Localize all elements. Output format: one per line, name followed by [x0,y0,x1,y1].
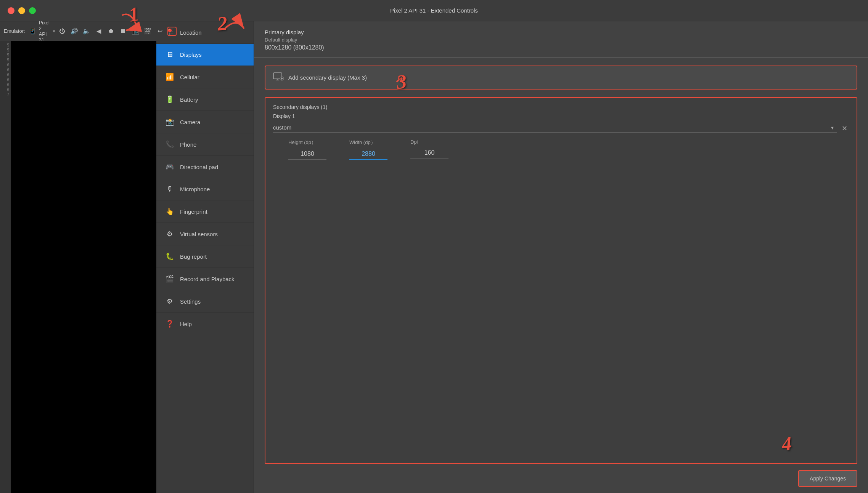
dpi-field: Dpi [410,139,456,158]
dpi-label: Dpi [410,139,418,145]
home-icon[interactable]: ⏺ [106,27,116,36]
emulator-panel: Emulator: 📱 Pixel 2 API 31 × ⏻ 🔊 🔈 ◀ ⏺ ⏹… [0,21,156,493]
custom-value: custom [273,124,831,131]
power-icon[interactable]: ⏻ [58,27,67,36]
camera-menu-icon: 📸 [166,118,174,126]
height-input[interactable] [288,149,326,160]
record-icon: 🎬 [166,275,174,283]
width-input[interactable] [349,149,387,160]
back-icon[interactable]: ◀ [94,27,103,36]
sidebar-item-settings[interactable]: ⚙ Settings [156,290,254,313]
sidebar: 📍 Location 🖥 Displays 📶 Cellular 🔋 Batte… [156,21,254,493]
title-bar: Pixel 2 API 31 - Extended Controls [0,0,868,21]
sidebar-item-label-phone: Phone [180,141,196,148]
help-icon: ❓ [166,320,174,328]
content-footer: Apply Changes [254,464,868,493]
sidebar-item-help[interactable]: ❓ Help [156,313,254,335]
rotate-icon[interactable]: ↩ [155,27,164,36]
sidebar-item-record-playback[interactable]: 🎬 Record and Playback [156,268,254,290]
resolution-value: 800x1280 (800x1280) [265,44,857,51]
minimize-window-button[interactable] [18,7,25,14]
battery-icon: 🔋 [166,95,174,104]
width-label: Width (dp） [349,139,376,146]
sidebar-item-label-help: Help [180,321,192,327]
sidebar-item-label-displays: Displays [180,51,202,58]
width-field: Width (dp） [349,139,395,160]
emulator-device: 📱 Pixel 2 API 31 × [29,21,56,43]
maximize-window-button[interactable] [29,7,36,14]
secondary-displays-section: Secondary displays (1) Display 1 custom … [265,97,857,464]
sidebar-item-battery[interactable]: 🔋 Battery [156,88,254,111]
secondary-displays-label: Secondary displays (1) [273,104,849,110]
phone-icon: 📞 [166,140,174,149]
sidebar-item-label-microphone: Microphone [180,186,210,192]
close-tab-button[interactable]: × [53,28,56,34]
fingerprint-icon: 👆 [166,207,174,216]
camera-icon[interactable]: 🎬 [143,27,152,36]
sidebar-item-label-virtual-sensors: Virtual sensors [180,231,218,237]
dpi-input[interactable] [410,148,448,158]
dropdown-arrow-icon[interactable]: ▾ [831,125,834,131]
microphone-icon: 🎙 [166,185,174,193]
emulator-label: Emulator: [4,28,25,34]
height-label: Height (dp） [288,139,316,146]
virtual-sensors-icon: ⚙ [166,230,174,238]
display-item-label: Display 1 [273,113,849,119]
sidebar-item-virtual-sensors[interactable]: ⚙ Virtual sensors [156,223,254,245]
default-display-label: Default display [265,37,857,43]
sidebar-item-microphone[interactable]: 🎙 Microphone [156,178,254,200]
sidebar-item-displays[interactable]: 🖥 Displays [156,44,254,66]
content-header: Primary display Default display 800x1280… [254,21,868,58]
stop-icon[interactable]: ⏹ [119,27,128,36]
device-name: Pixel 2 API 31 [39,21,50,43]
more-options-button[interactable]: ⋮ [167,27,177,36]
close-window-button[interactable] [8,7,14,14]
displays-icon: 🖥 [166,51,174,59]
display-row: custom ▾ ✕ [273,124,849,133]
line-numbers: 5 5 5 5 6 6 6 6 6 6 7 [0,41,11,493]
sidebar-item-camera[interactable]: 📸 Camera [156,111,254,133]
dpad-icon: 🎮 [166,163,174,171]
apply-changes-button[interactable]: Apply Changes [798,470,857,487]
device-icon: 📱 [29,27,37,35]
add-secondary-display-label: Add secondary display (Max 3) [288,74,367,81]
add-display-icon [273,72,284,83]
sidebar-item-label-bug-report: Bug report [180,253,207,260]
sidebar-item-label-battery: Battery [180,96,198,103]
sidebar-item-label-camera: Camera [180,119,200,125]
volume-up-icon[interactable]: 🔊 [70,27,79,36]
emulator-toolbar: Emulator: 📱 Pixel 2 API 31 × ⏻ 🔊 🔈 ◀ ⏺ ⏹… [0,21,156,41]
sidebar-item-label-record-playback: Record and Playback [180,276,235,282]
bug-report-icon: 🐛 [166,252,174,261]
primary-display-label: Primary display [265,29,857,35]
screenshot-icon[interactable]: 📷 [131,27,140,36]
settings-icon: ⚙ [166,297,174,306]
sidebar-item-phone[interactable]: 📞 Phone [156,133,254,156]
sidebar-item-label-dpad: Directional pad [180,164,218,170]
content-area: Primary display Default display 800x1280… [254,21,868,493]
sidebar-item-fingerprint[interactable]: 👆 Fingerprint [156,200,254,223]
close-display-button[interactable]: ✕ [840,124,849,133]
sidebar-item-label-cellular: Cellular [180,74,199,80]
sidebar-item-cellular[interactable]: 📶 Cellular [156,66,254,88]
sidebar-item-label-location: Location [180,29,202,36]
sidebar-item-label-fingerprint: Fingerprint [180,208,207,215]
cellular-icon: 📶 [166,73,174,81]
height-field: Height (dp） [288,139,334,160]
toolbar-icons: ⏻ 🔊 🔈 ◀ ⏺ ⏹ 📷 🎬 ↩ ⋮ [58,27,177,36]
sidebar-item-dpad[interactable]: 🎮 Directional pad [156,156,254,178]
traffic-lights[interactable] [8,7,36,14]
sidebar-item-label-settings: Settings [180,298,201,305]
content-divider [254,58,868,58]
volume-down-icon[interactable]: 🔈 [82,27,91,36]
emulator-screen: 5 5 5 5 6 6 6 6 6 6 7 [0,41,156,493]
dimensions-row: Height (dp） Width (dp） Dpi [273,139,849,160]
sidebar-item-bug-report[interactable]: 🐛 Bug report [156,245,254,268]
add-secondary-display-button[interactable]: Add secondary display (Max 3) [265,66,857,90]
window-title: Pixel 2 API 31 - Extended Controls [390,7,478,14]
